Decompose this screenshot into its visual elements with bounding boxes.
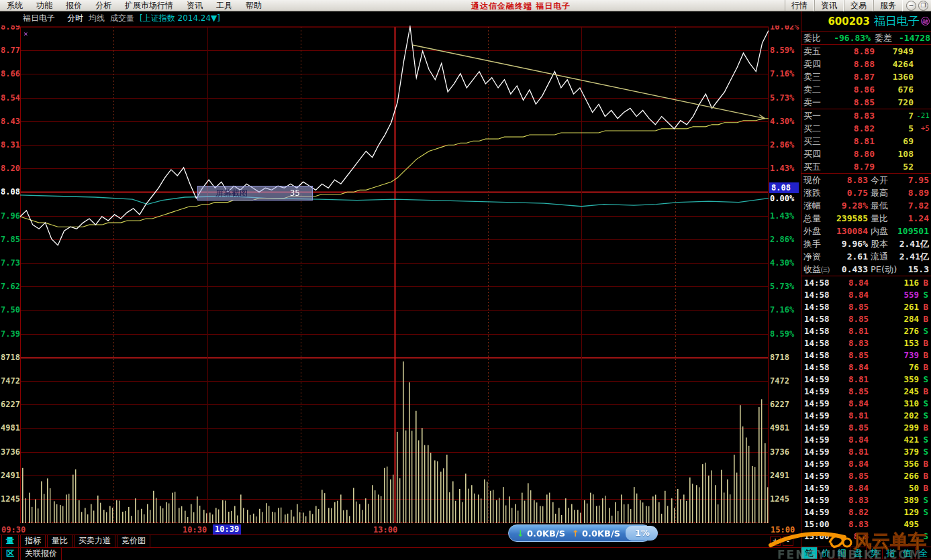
tick-price: 8.85 <box>834 471 869 481</box>
overlay-volume[interactable]: 成交量 <box>110 13 134 24</box>
tick-price: 8.84 <box>834 459 869 469</box>
price-label-8.66: 8.66 <box>1 69 20 78</box>
tick-volume: 129 <box>869 507 919 517</box>
link-tab-row: 区关联报价 <box>0 548 801 560</box>
panel-tab-全[interactable]: 全 <box>916 547 931 559</box>
tick-row[interactable]: 14:598.85299B <box>801 421 931 433</box>
bottom-tab-量比[interactable]: 量比 <box>47 535 72 547</box>
bid-row-买五[interactable]: 买五8.7952 <box>801 160 931 173</box>
tick-price: 8.84 <box>834 290 869 300</box>
ask-row-卖四[interactable]: 卖四8.884264 <box>801 58 931 70</box>
tick-time: 14:58 <box>804 278 834 288</box>
tick-volume: 495 <box>869 519 919 529</box>
tick-row[interactable]: 14:598.8450B <box>801 482 931 494</box>
quick-button-资讯[interactable]: 资讯 <box>814 0 844 11</box>
tick-volume: 76 <box>869 362 919 372</box>
menu-扩展市场行情[interactable]: 扩展市场行情 <box>118 0 180 11</box>
zoom-out-button[interactable]: - <box>783 537 793 546</box>
tick-row[interactable]: 14:598.85245B <box>801 385 931 397</box>
tick-trade-list[interactable]: 14:588.84116B14:588.84559S14:588.85261B1… <box>801 276 931 542</box>
tick-price: 8.83 <box>834 495 869 505</box>
menu-帮助[interactable]: 帮助 <box>239 0 268 11</box>
index-overlay-label[interactable]: [上证指数 2014.24▼] <box>140 13 220 24</box>
tick-row[interactable]: 14:588.85739B <box>801 349 931 361</box>
tick-row[interactable]: 14:598.84356B <box>801 457 931 469</box>
bid-row-买一[interactable]: 买一8.837-21 <box>801 109 931 122</box>
tick-time: 14:58 <box>804 314 834 324</box>
time-label-10:30: 10:30 <box>183 525 207 535</box>
tick-time: 15:00 <box>804 531 834 541</box>
pct-label-8.59%: 8.59% <box>770 46 794 55</box>
window-title: 通达信金融终端 福日电子 <box>471 1 571 12</box>
tick-flag: S <box>919 290 928 300</box>
tick-row[interactable]: 14:598.81379S <box>801 445 931 457</box>
tick-row[interactable]: 15:008.8S <box>801 530 931 542</box>
tick-time: 14:58 <box>804 302 834 312</box>
menu-功能[interactable]: 功能 <box>30 0 59 11</box>
bottom-tab-竞价图[interactable]: 竞价图 <box>117 535 150 547</box>
tick-row[interactable]: 14:588.84559S <box>801 288 931 300</box>
tick-row[interactable]: 14:598.83389S <box>801 494 931 506</box>
panel-tab-笔[interactable]: 笔 <box>801 547 818 559</box>
panel-tab-指[interactable]: 指 <box>883 547 899 559</box>
bid-row-买四[interactable]: 买四8.80108 <box>801 148 931 160</box>
tick-row[interactable]: 14:588.85261B <box>801 300 931 313</box>
tick-row[interactable]: 14:598.84421S <box>801 433 931 445</box>
menu-报价[interactable]: 报价 <box>59 0 89 11</box>
ask-row-卖二[interactable]: 卖二8.86676 <box>801 83 931 96</box>
panel-tab-盘[interactable]: 盘 <box>850 547 867 559</box>
bid-label: 买四 <box>803 148 833 160</box>
zoom-in-button[interactable]: + <box>770 537 781 546</box>
volume-label-r-6227: 6227 <box>770 400 789 409</box>
intraday-chart-canvas[interactable] <box>20 25 769 523</box>
bottom-tab-关联报价[interactable]: 关联报价 <box>20 548 62 560</box>
tick-flag: S <box>919 398 928 408</box>
ask-row-卖五[interactable]: 卖五8.897949 <box>801 45 931 58</box>
bottom-tab-指标[interactable]: 指标 <box>20 535 46 547</box>
tick-row[interactable]: 14:588.84116B <box>801 276 931 288</box>
ask-row-卖三[interactable]: 卖三8.871360 <box>801 70 931 83</box>
quick-button-行情[interactable]: 行情 <box>785 0 814 11</box>
restore-button[interactable]: ❐ <box>918 1 928 11</box>
panel-tab-势[interactable]: 势 <box>867 547 883 559</box>
tick-row[interactable]: 14:598.81359S <box>801 373 931 385</box>
tick-row[interactable]: 14:598.81202S <box>801 409 931 421</box>
bottom-tab-量[interactable]: 量 <box>1 535 19 547</box>
ask-row-卖一[interactable]: 卖一8.85720 <box>801 96 931 109</box>
price-label-7.50: 7.50 <box>1 305 20 315</box>
tick-price: 8.81 <box>834 326 869 336</box>
menu-资讯[interactable]: 资讯 <box>180 0 209 11</box>
tick-row[interactable]: 15:008.83495 <box>801 518 931 530</box>
tick-row[interactable]: 14:588.83153B <box>801 337 931 349</box>
panel-tab-细[interactable]: 细 <box>834 547 850 559</box>
tick-row[interactable]: 14:598.82129S <box>801 506 931 518</box>
stat-label: 涨跌 <box>803 187 833 199</box>
ask-price: 8.85 <box>833 97 875 107</box>
stat-label: 总量 <box>803 213 833 225</box>
bid-row-买三[interactable]: 买三8.8169 <box>801 135 931 148</box>
view-mode-intraday[interactable]: 分时 <box>67 13 83 24</box>
quick-button-服务[interactable]: 服务 <box>873 0 903 11</box>
tick-price: 8.8 <box>834 531 869 541</box>
tick-volume: 559 <box>869 290 919 300</box>
panel-tab-价[interactable]: 价 <box>818 547 834 559</box>
panel-tab-值[interactable]: 值 <box>899 547 916 559</box>
menu-系统[interactable]: 系统 <box>0 0 30 11</box>
quick-button-交易[interactable]: 交易 <box>844 0 873 11</box>
tick-row[interactable]: 14:598.85266B <box>801 469 931 482</box>
tick-row[interactable]: 14:588.81276S <box>801 325 931 337</box>
tick-row[interactable]: 14:588.85284B <box>801 313 931 325</box>
menu-工具[interactable]: 工具 <box>209 0 239 11</box>
bottom-tab-买卖力道[interactable]: 买卖力道 <box>74 535 115 547</box>
stat-value: 239585 <box>833 213 868 223</box>
menu-分析[interactable]: 分析 <box>89 0 118 11</box>
bid-label: 买三 <box>803 135 833 148</box>
minimize-button[interactable]: − <box>906 1 916 11</box>
bottom-tab-区[interactable]: 区 <box>1 548 19 560</box>
bid-row-买二[interactable]: 买二8.825+5 <box>801 122 931 135</box>
margin-trading-icon: 融 <box>921 17 930 25</box>
tick-row[interactable]: 14:598.84310S <box>801 397 931 409</box>
tick-row[interactable]: 14:588.8476B <box>801 361 931 373</box>
tick-volume: 261 <box>869 302 919 312</box>
overlay-avg-line[interactable]: 均线 <box>89 13 105 24</box>
